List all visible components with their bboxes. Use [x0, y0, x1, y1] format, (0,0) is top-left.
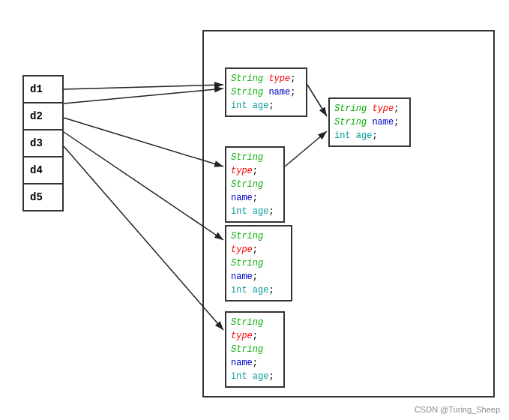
left-item-d5: d5: [22, 183, 64, 212]
svg-line-1: [64, 85, 223, 89]
object-box-3: String type; String name; int age;: [225, 225, 292, 302]
shared-box: String type; String name; int age;: [328, 98, 411, 147]
left-item-d4: d4: [22, 156, 64, 184]
svg-line-4: [64, 132, 223, 240]
object-box-1: String type; String name; int age;: [225, 68, 307, 117]
svg-line-5: [64, 146, 223, 330]
left-stack: d1 d2 d3 d4 d5: [22, 75, 64, 212]
svg-line-3: [64, 118, 223, 166]
object-box-4: String type; String name; int age;: [225, 311, 285, 388]
left-item-d3: d3: [22, 129, 64, 158]
object-box-2: String type; String name; int age;: [225, 146, 285, 223]
watermark: CSDN @Turing_Sheep: [415, 405, 500, 414]
svg-line-2: [64, 88, 223, 104]
left-item-d1: d1: [22, 75, 64, 104]
left-item-d2: d2: [22, 102, 64, 130]
